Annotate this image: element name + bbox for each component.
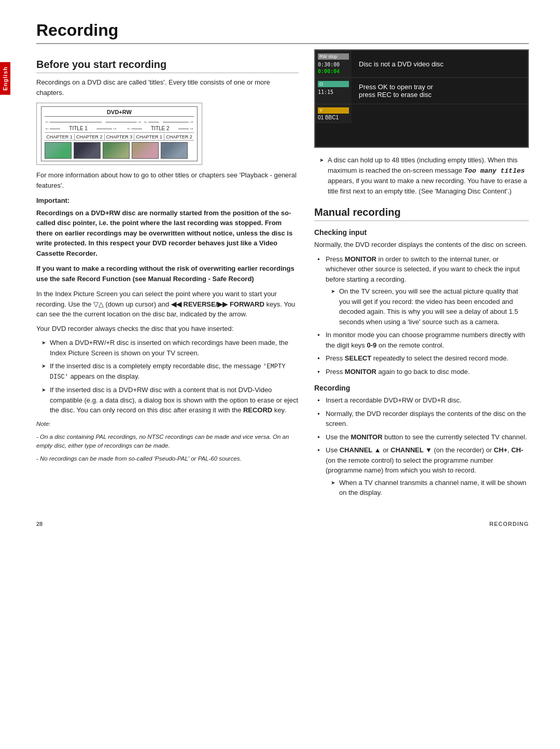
checking-arrow-1: On the TV screen, you will see the actua… xyxy=(331,286,529,327)
safe-record-text: If you want to make a recording without … xyxy=(36,263,299,284)
screen-info-3: Y 01 BBC1 xyxy=(315,104,352,123)
main-content: Before you start recording Recordings on… xyxy=(36,49,529,501)
screen-image: RW stop 0:30:00 0:00:04 Disc is not a DV… xyxy=(314,49,529,148)
recording-bullet-2: Normally, the DVD recorder displays the … xyxy=(317,409,529,429)
important-text: Recordings on a DVD+RW disc are normally… xyxy=(36,208,299,259)
checking-bullet-4: Press MONITOR again to go back to disc m… xyxy=(317,367,529,377)
screen-row-2: O 11:15 Press OK to open tray or press R… xyxy=(315,78,528,104)
screen-time-2: 11:15 xyxy=(318,89,349,95)
checking-bullet-3: Press SELECT repeatedly to select the de… xyxy=(317,353,529,364)
note-label: Note: xyxy=(36,420,299,428)
recording-bullet-1: Insert a recordable DVD+RW or DVD+R disc… xyxy=(317,395,529,406)
right-arrow-1: A disc can hold up to 48 titles (includi… xyxy=(319,155,529,196)
checking-bullets: Press MONITOR in order to switch to the … xyxy=(317,254,529,377)
thumb-1 xyxy=(45,142,72,159)
before-recording-title: Before you start recording xyxy=(36,59,299,73)
footer-section-label: RECORDING xyxy=(489,521,529,527)
screen-info-2: O 11:15 xyxy=(315,78,352,104)
recording-bullet-4: Use CHANNEL ▲ or CHANNEL ▼ (on the recor… xyxy=(317,445,529,498)
checking-bullet-2: In monitor mode you can choose programme… xyxy=(317,330,529,350)
page-footer: 28 RECORDING xyxy=(36,517,529,527)
dvd-diagram: DVD+RW ←—————————— ——————→ ←—— —————→ ←—… xyxy=(36,103,202,165)
recording-arrow-1: When a TV channel transmits a channel na… xyxy=(331,478,529,498)
right-column: RW stop 0:30:00 0:00:04 Disc is not a DV… xyxy=(314,49,529,501)
checking-input-title: Checking input xyxy=(314,228,529,237)
screen-text-3 xyxy=(352,104,528,123)
too-many-label: Too many titles xyxy=(464,167,525,175)
recording-bullet-3: Use the MONITOR button to see the curren… xyxy=(317,432,529,442)
note-2: - No recordings can be made from so-call… xyxy=(36,454,299,463)
screen-text-1: Disc is not a DVD video disc xyxy=(352,50,528,77)
thumb-5 xyxy=(161,142,188,159)
page-title: Recording xyxy=(36,21,529,44)
channel-badge: Y xyxy=(318,107,349,114)
left-column: Before you start recording Recordings on… xyxy=(36,49,299,501)
screen-time-1: 0:30:00 xyxy=(318,62,349,67)
arrow-point-1: When a DVD+RW/+R disc is inserted on whi… xyxy=(41,338,299,358)
thumb-4 xyxy=(132,142,159,159)
arrow-point-3: If the inserted disc is a DVD+RW disc wi… xyxy=(41,385,299,415)
screen-time-green: 0:00:04 xyxy=(318,68,349,74)
recording-subtitle: Recording xyxy=(314,384,529,392)
diagram-arrows: ←—————————— ——————→ ←—— —————→ xyxy=(45,119,194,124)
screen-row-1: RW stop 0:30:00 0:00:04 Disc is not a DV… xyxy=(315,50,528,78)
screen-info-1: RW stop 0:30:00 0:00:04 xyxy=(315,50,352,77)
diagram-thumbnails xyxy=(45,142,194,159)
manual-recording-title: Manual recording xyxy=(314,206,529,221)
thumb-2 xyxy=(74,142,101,159)
diagram-chapters: CHAPTER 1 CHAPTER 2 CHAPTER 3 CHAPTER 1 … xyxy=(45,134,194,141)
recording-bullets: Insert a recordable DVD+RW or DVD+R disc… xyxy=(317,395,529,498)
screen-row-3: Y 01 BBC1 xyxy=(315,104,528,123)
diagram-titles: ←—— TITLE 1 ———→ ←—— TITLE 2 ——→ xyxy=(45,126,194,133)
index-screen-text: In the Index Picture Screen you can sele… xyxy=(36,289,299,320)
rw-stop-badge: RW stop xyxy=(318,53,349,60)
screen-text-2: Press OK to open tray or press REC to er… xyxy=(352,78,528,104)
thumb-3 xyxy=(103,142,130,159)
checking-intro: Normally, the DVD recorder displays the … xyxy=(314,240,529,250)
more-info-paragraph: For more information about how to go to … xyxy=(36,170,299,190)
diagram-title: DVD+RW xyxy=(45,109,194,117)
checking-bullet-1: Press MONITOR in order to switch to the … xyxy=(317,254,529,327)
page-container: Recording Before you start recording Rec… xyxy=(0,0,560,548)
channel-name: 01 BBC1 xyxy=(318,115,349,120)
intro-paragraph: Recordings on a DVD disc are called 'tit… xyxy=(36,77,299,98)
arrow-point-2: If the inserted disc is a completely emp… xyxy=(41,361,299,382)
english-tab: English xyxy=(0,62,10,95)
always-checks-text: Your DVD recorder always checks the disc… xyxy=(36,324,299,334)
important-label: Important: xyxy=(36,196,299,206)
ok-badge: O xyxy=(318,81,349,87)
note-1: - On a disc containing PAL recordings, n… xyxy=(36,433,299,451)
reverse-forward-label: ◀◀ REVERSE/▶▶ FORWARD xyxy=(171,300,264,308)
footer-page-number: 28 xyxy=(36,521,43,527)
